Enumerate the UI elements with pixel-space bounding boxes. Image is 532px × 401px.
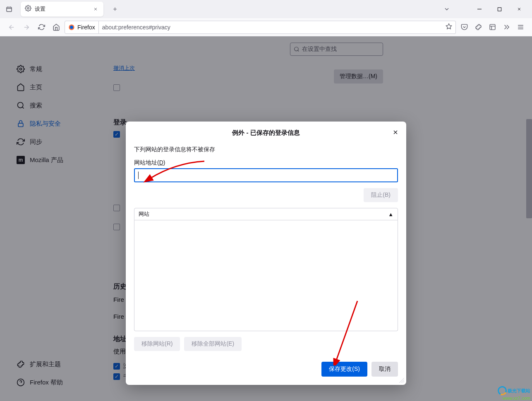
svg-rect-2 [498,7,501,11]
window-maximize-button[interactable] [490,2,509,16]
remove-all-sites-button[interactable]: 移除全部网站(E) [184,337,242,351]
modal-overlay: 例外 - 已保存的登录信息 下列网站的登录信息将不被保存 网站地址(D) 阻止(… [0,36,532,401]
dialog-close-button[interactable] [391,127,400,137]
svg-point-1 [27,7,29,9]
overflow-icon[interactable] [500,21,513,34]
reload-button[interactable] [35,21,48,34]
save-changes-button[interactable]: 保存更改(S) [321,362,367,377]
svg-rect-0 [7,7,12,12]
home-button[interactable] [50,21,63,34]
browser-tab[interactable]: 设置 [21,2,103,17]
svg-rect-5 [490,24,495,30]
titlebar: 设置 [0,0,532,18]
website-address-input[interactable] [134,168,398,182]
url-bar[interactable]: Firefox about:preferences#privacy [65,21,456,34]
pocket-icon[interactable] [458,21,471,34]
watermark-logo-icon [496,385,508,396]
recent-closed-icon[interactable] [3,3,15,15]
nav-toolbar: Firefox about:preferences#privacy [0,18,532,36]
cancel-button[interactable]: 取消 [371,362,398,377]
exceptions-dialog: 例外 - 已保存的登录信息 下列网站的登录信息将不被保存 网站地址(D) 阻止(… [126,122,406,385]
preferences-page: 常规 主页 搜索 隐私与安全 同步 m Mozilla 产品 扩展和主题 [0,36,532,401]
address-label: 网站地址(D) [134,159,398,167]
dialog-description: 下列网站的登录信息将不被保存 [134,146,398,153]
tabs-dropdown-icon[interactable] [441,3,453,15]
url-brand: Firefox [77,24,95,31]
block-button[interactable]: 阻止(B) [364,188,398,202]
account-icon[interactable] [486,21,499,34]
dialog-title: 例外 - 已保存的登录信息 [134,129,398,137]
gear-icon [25,5,31,13]
window-minimize-button[interactable] [470,2,489,16]
sites-table-body [134,220,398,331]
bookmark-star-icon[interactable] [446,23,452,31]
sites-table-header[interactable]: 网站 ▲ [134,208,398,220]
remove-site-button[interactable]: 移除网站(R) [134,337,180,351]
resize-grip-icon [399,377,405,383]
svg-point-4 [70,26,73,29]
extensions-icon[interactable] [472,21,485,34]
window-close-button[interactable] [510,2,529,16]
url-path: about:preferences#privacy [102,24,170,31]
tab-close-icon[interactable] [92,5,99,13]
tab-title: 设置 [35,5,89,13]
sort-indicator-icon: ▲ [388,211,393,217]
back-button[interactable] [5,21,18,34]
forward-button[interactable] [20,21,33,34]
new-tab-button[interactable] [109,3,121,15]
firefox-logo-icon [68,24,75,31]
watermark: 极光下载站 www.xz7.com [498,386,530,401]
menu-icon[interactable] [514,21,527,34]
